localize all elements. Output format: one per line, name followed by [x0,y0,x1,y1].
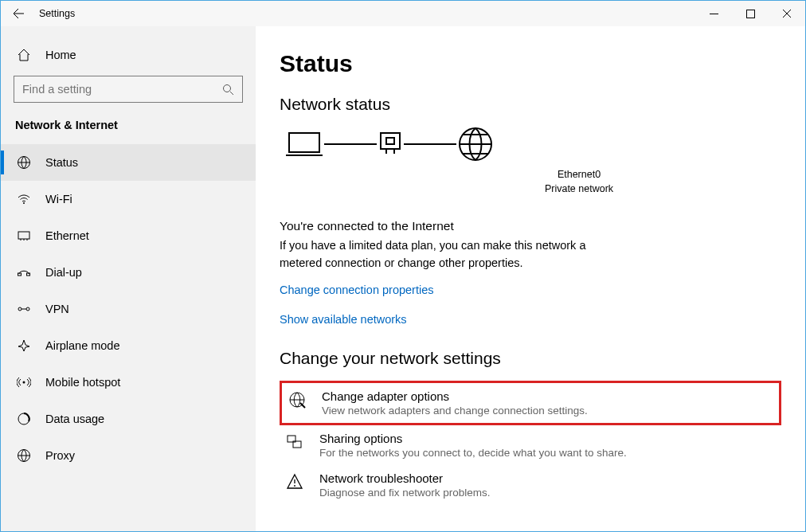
nav-label: Airplane mode [45,339,120,352]
nav-vpn[interactable]: VPN [1,291,256,327]
svg-rect-0 [746,10,754,18]
setting-desc: For the networks you connect to, decide … [319,447,627,459]
airplane-icon [17,338,31,353]
svg-point-1 [224,84,231,92]
svg-point-7 [18,307,22,311]
minimize-icon [710,10,718,18]
nav-label: Wi-Fi [45,193,72,205]
window-controls [695,1,805,26]
sharing-options[interactable]: Sharing options For the networks you con… [280,425,781,465]
page-heading: Status [280,50,781,77]
setting-title: Network troubleshooter [319,471,491,485]
setting-desc: View network adapters and change connect… [322,405,588,417]
nav-label: Ethernet [45,229,89,242]
sharing-icon [286,433,303,451]
dialup-icon [17,265,31,280]
window-title: Settings [39,8,75,19]
wifi-icon [17,192,31,206]
settings-window: Settings Home Netw [0,0,806,532]
nav-label: Status [45,156,78,169]
adapter-label: Ethernet0 Private network [377,168,781,196]
close-button[interactable] [769,1,805,26]
connected-body: If you have a limited data plan, you can… [280,237,614,272]
search-icon [222,84,234,96]
nav-hotspot[interactable]: Mobile hotspot [1,364,256,401]
search-box[interactable] [14,76,243,103]
nav-status[interactable]: Status [1,144,256,181]
svg-point-8 [26,307,29,311]
datausage-icon [17,412,31,426]
svg-rect-12 [289,133,319,152]
adapter-icon [377,128,404,160]
troubleshoot-icon [286,473,303,491]
home-nav[interactable]: Home [1,39,256,71]
globe-large-icon [456,125,495,163]
nav-wifi[interactable]: Wi-Fi [1,181,256,217]
nav-datausage[interactable]: Data usage [1,401,256,437]
globe-icon [17,155,31,170]
connected-title: You're connected to the Internet [280,217,614,235]
svg-rect-14 [386,138,394,144]
svg-rect-13 [381,133,400,149]
nav-ethernet[interactable]: Ethernet [1,217,256,254]
main-content: Status Network status Ethernet0 Private … [256,26,805,531]
svg-rect-4 [18,232,29,239]
nav-label: VPN [45,303,69,315]
minimize-button[interactable] [695,1,732,26]
ethernet-icon [17,229,31,243]
section-label: Network & Internet [1,112,256,144]
svg-point-3 [23,202,25,204]
maximize-icon [746,10,755,18]
change-settings-heading: Change your network settings [280,349,781,368]
search-input[interactable] [22,83,213,96]
svg-rect-5 [18,273,22,276]
svg-point-9 [23,381,25,384]
nav-label: Dial-up [45,266,82,279]
adapter-name: Ethernet0 [377,168,781,182]
change-adapter-options[interactable]: Change adapter options View network adap… [280,381,781,425]
change-connection-properties-link[interactable]: Change connection properties [280,284,433,296]
close-icon [782,9,792,18]
setting-desc: Diagnose and fix network problems. [319,487,491,499]
vpn-icon [17,302,31,316]
proxy-icon [17,448,31,463]
nav-label: Mobile hotspot [45,376,120,389]
back-arrow-icon [12,7,25,20]
pc-icon [284,128,324,160]
setting-title: Sharing options [319,432,627,445]
adapter-options-icon [288,391,306,409]
show-available-networks-link[interactable]: Show available networks [280,313,407,326]
nav-label: Proxy [45,449,75,462]
nav-proxy[interactable]: Proxy [1,437,256,474]
adapter-type: Private network [377,182,781,197]
setting-title: Change adapter options [322,389,588,403]
nav-airplane[interactable]: Airplane mode [1,327,256,364]
network-diagram [280,125,781,163]
maximize-button[interactable] [732,1,769,26]
sidebar: Home Network & Internet Status Wi-Fi Eth… [1,26,256,531]
back-button[interactable] [1,1,36,26]
network-troubleshooter[interactable]: Network troubleshooter Diagnose and fix … [280,465,781,505]
nav-label: Data usage [45,413,104,425]
hotspot-icon [17,375,31,389]
svg-rect-6 [27,273,30,276]
diagram-line [324,143,377,145]
diagram-line [404,143,456,145]
home-label: Home [45,49,76,61]
status-subheading: Network status [280,95,781,114]
titlebar: Settings [1,1,805,26]
svg-point-19 [294,485,295,487]
home-icon [17,48,31,62]
nav-dialup[interactable]: Dial-up [1,254,256,291]
